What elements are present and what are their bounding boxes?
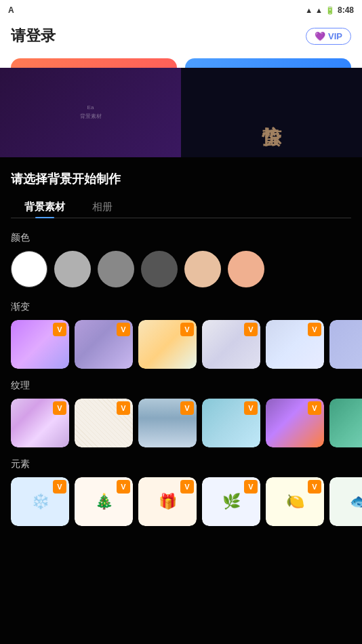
color-section-label: 颜色 [11,232,351,244]
texture-section-label: 纹理 [11,380,351,392]
wifi-icon: ▲ [305,6,313,14]
texture-item-3[interactable]: V [138,399,197,447]
element-section-label: 元素 [11,458,351,470]
vip-tag-t2: V [117,401,130,415]
element-grid-row: ❄️ V 🎄 V 🎁 V 🌿 V 🍋 V 🐟 V [11,477,351,526]
poster-right-panel: 惊蛰 [181,68,362,157]
color-skin[interactable] [184,251,221,287]
color-gray[interactable] [98,251,134,287]
vip-tag-t5: V [308,401,321,415]
poster-preview-area: Ea背景素材 惊蛰 [0,68,362,157]
poster-left-panel: Ea背景素材 [0,68,181,157]
status-bar: A ▲ ▲ 🔋 8:48 [0,0,362,20]
vip-tag-e2: V [117,480,130,494]
element-item-6[interactable]: 🐟 V [329,477,362,526]
page-title[interactable]: 请登录 [11,26,56,46]
sub-tabs-row: 背景素材 相册 [11,197,351,218]
header: 请登录 💜 VIP [0,20,362,53]
vip-label: VIP [328,31,342,41]
vip-tag-4: V [244,323,258,336]
sub-tab-material[interactable]: 背景素材 [11,197,79,218]
texture-grid-row: V V V V V V [11,399,351,447]
element-item-5[interactable]: 🍋 V [266,477,324,526]
poster-right-chinese-text: 惊蛰 [259,110,283,115]
element-item-2[interactable]: 🎄 V [75,477,133,526]
vip-heart-icon: 💜 [315,31,325,41]
color-lightgray[interactable] [54,251,91,287]
vip-tag-2: V [117,323,130,336]
vip-tag-5: V [308,323,321,336]
vip-tag-e4: V [244,480,258,494]
poster-left-text: Ea背景素材 [80,104,102,121]
texture-item-2[interactable]: V [75,399,133,447]
texture-item-5[interactable]: V [266,399,324,447]
vip-tag-1: V [53,323,66,336]
color-circles-row [11,251,351,287]
gradient-item-3[interactable]: V [138,320,197,369]
signal-icon: ▲ [315,6,323,14]
time-display: 8:48 [338,5,354,15]
vip-tag-3: V [180,323,194,336]
vip-tag-e5: V [308,480,321,494]
gradient-grid-row: V V V V V V [11,320,351,369]
panel-title: 请选择背景开始制作 [11,171,351,187]
element-item-3[interactable]: 🎁 V [138,477,197,526]
gradient-item-1[interactable]: V [11,320,69,369]
vip-tag-t4: V [244,401,258,415]
color-peach[interactable] [228,251,264,287]
background-select-panel: 请选择背景开始制作 背景素材 相册 颜色 渐变 V V V [0,157,362,644]
vip-button[interactable]: 💜 VIP [306,28,351,45]
gradient-preview-6 [329,320,362,369]
color-white[interactable] [11,251,47,287]
app-icon-label: A [8,5,14,15]
gradient-item-2[interactable]: V [75,320,133,369]
vip-tag-t3: V [180,401,194,415]
vip-tag-t1: V [53,401,66,415]
texture-item-6[interactable]: V [329,399,362,447]
vip-tag-e3: V [180,480,194,494]
element-item-1[interactable]: ❄️ V [11,477,69,526]
status-right-area: ▲ ▲ 🔋 8:48 [305,5,354,15]
gradient-item-6[interactable]: V [329,320,362,369]
element-item-4[interactable]: 🌿 V [202,477,260,526]
element-preview-6: 🐟 [329,477,362,526]
gradient-section-label: 渐变 [11,301,351,313]
gradient-item-5[interactable]: V [266,320,324,369]
vip-tag-e1: V [53,480,66,494]
color-darkgray[interactable] [141,251,178,287]
texture-item-4[interactable]: V [202,399,260,447]
texture-item-1[interactable]: V [11,399,69,447]
sub-tab-album[interactable]: 相册 [79,197,126,218]
battery-icon: 🔋 [325,6,335,15]
texture-preview-6 [329,399,362,447]
gradient-item-4[interactable]: V [202,320,260,369]
